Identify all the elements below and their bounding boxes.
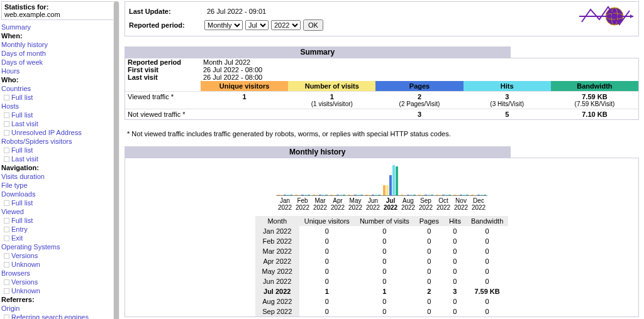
nav-browsers-unknown[interactable]: Unknown bbox=[1, 286, 111, 295]
nav-browsers-versions[interactable]: Versions bbox=[1, 278, 111, 286]
cell-uv: 0 bbox=[299, 256, 355, 266]
summary-header-row: Unique visitors Number of visits Pages H… bbox=[125, 81, 638, 91]
not-viewed-label: Not viewed traffic * bbox=[125, 109, 201, 119]
chart-bar bbox=[401, 195, 403, 195]
chart-bar bbox=[484, 195, 486, 195]
chart-month-label: Jun2022 bbox=[364, 196, 382, 211]
nav-os-versions[interactable]: Versions bbox=[1, 251, 111, 260]
chart-bar bbox=[301, 195, 304, 195]
cell-pages: 0 bbox=[414, 266, 444, 276]
chart-bar bbox=[442, 195, 445, 195]
nav-hosts-full-list[interactable]: Full list bbox=[1, 111, 111, 119]
chart-bar bbox=[319, 195, 321, 195]
viewed-pages: 2 bbox=[418, 93, 421, 100]
nav-viewed-full-list[interactable]: Full list bbox=[1, 216, 111, 225]
nav-hosts-unresolved[interactable]: Unresolved IP Address bbox=[1, 128, 111, 137]
chart-bar bbox=[445, 195, 448, 195]
chart-month-column bbox=[364, 195, 382, 195]
first-visit-value: 26 Jul 2022 - 08:00 bbox=[203, 66, 262, 73]
chart-bar bbox=[421, 195, 424, 195]
last-update-label: Last Update: bbox=[129, 8, 204, 15]
cell-month: Mar 2022 bbox=[255, 246, 299, 256]
chart-month-label: Oct2022 bbox=[435, 196, 452, 211]
cell-bw: 0 bbox=[466, 256, 508, 266]
viewed-visitors: 1 bbox=[243, 93, 247, 100]
chart-bar bbox=[471, 195, 474, 195]
chart-bar bbox=[477, 195, 480, 195]
chart-month-column bbox=[329, 195, 347, 195]
nav-viewed[interactable]: Viewed bbox=[1, 207, 111, 216]
nav-ref-engines[interactable]: Referring search engines bbox=[1, 313, 111, 319]
nav-summary[interactable]: Summary bbox=[1, 23, 111, 31]
nav-viewed-entry[interactable]: Entry bbox=[1, 225, 111, 234]
scrollbar-thumb[interactable] bbox=[114, 1, 119, 319]
table-row: Mar 202200000 bbox=[255, 246, 509, 256]
cell-nv: 0 bbox=[355, 226, 414, 236]
th-pages: Pages bbox=[414, 216, 444, 226]
nav-days-month[interactable]: Days of month bbox=[1, 49, 111, 58]
chart-bar bbox=[389, 175, 392, 195]
cell-uv: 0 bbox=[299, 236, 355, 246]
nav-downloads-full-list[interactable]: Full list bbox=[1, 198, 111, 207]
chart-bar bbox=[460, 195, 462, 195]
nav-viewed-exit[interactable]: Exit bbox=[1, 234, 111, 242]
month-select[interactable]: Jul bbox=[245, 20, 269, 30]
chart-bar bbox=[453, 195, 456, 195]
cell-hits: 0 bbox=[444, 246, 466, 256]
viewed-bw: 7.59 KB bbox=[582, 93, 607, 100]
cell-month: Feb 2022 bbox=[255, 236, 299, 246]
viewed-visits: 1 bbox=[330, 93, 334, 100]
chart-bar bbox=[365, 195, 368, 195]
chart-bar bbox=[298, 195, 301, 195]
cell-pages: 0 bbox=[414, 246, 444, 256]
nav-origin[interactable]: Origin bbox=[1, 304, 111, 313]
cell-hits: 0 bbox=[444, 296, 466, 306]
sidebar-scrollbar[interactable] bbox=[113, 1, 119, 319]
nav-countries-full-list[interactable]: Full list bbox=[1, 93, 111, 102]
nav-robots-full-list[interactable]: Full list bbox=[1, 146, 111, 154]
chart-bar bbox=[313, 195, 315, 195]
cell-pages: 0 bbox=[414, 226, 444, 236]
monthly-chart: Jan2022Feb2022Mar2022Apr2022May2022Jun20… bbox=[125, 158, 638, 211]
first-visit-label: First visit bbox=[128, 66, 203, 73]
nav-days-week[interactable]: Days of week bbox=[1, 58, 111, 67]
cell-hits: 3 bbox=[444, 286, 466, 296]
summary-title: Summary bbox=[125, 46, 511, 58]
nav-countries[interactable]: Countries bbox=[1, 84, 111, 93]
chart-bar bbox=[287, 195, 289, 195]
chart-bar bbox=[360, 195, 363, 195]
nav-robots[interactable]: Robots/Spiders visitors bbox=[1, 137, 111, 146]
sum-reported-value: Month Jul 2022 bbox=[203, 58, 250, 66]
cell-pages: 0 bbox=[414, 296, 444, 306]
nav-monthly-history[interactable]: Monthly history bbox=[1, 40, 111, 49]
cell-pages: 0 bbox=[414, 306, 444, 316]
nav-hours[interactable]: Hours bbox=[1, 67, 111, 75]
chart-bar bbox=[392, 165, 395, 195]
viewed-bw-sub: (7.59 KB/Visit) bbox=[552, 100, 637, 107]
chart-bar bbox=[290, 195, 292, 195]
nav-os-unknown[interactable]: Unknown bbox=[1, 260, 111, 269]
nav-file-type[interactable]: File type bbox=[1, 181, 111, 190]
nav-os[interactable]: Operating Systems bbox=[1, 242, 111, 251]
nav-hosts[interactable]: Hosts bbox=[1, 102, 111, 111]
chart-month-column bbox=[294, 195, 311, 195]
chart-bar bbox=[448, 195, 451, 195]
monthly-table: Month Unique visitors Number of visits P… bbox=[255, 216, 509, 316]
chart-month-column bbox=[470, 195, 487, 195]
chart-bar bbox=[295, 195, 297, 195]
cell-nv: 0 bbox=[355, 236, 414, 246]
chart-month-label: Dec2022 bbox=[470, 196, 487, 211]
col-hits: Hits bbox=[464, 81, 551, 91]
nav-robots-last-visit[interactable]: Last visit bbox=[1, 154, 111, 163]
chart-month-column bbox=[452, 195, 470, 195]
chart-bar bbox=[480, 195, 483, 195]
cell-nv: 0 bbox=[355, 266, 414, 276]
year-select[interactable]: 2022 bbox=[271, 20, 301, 30]
nav-downloads[interactable]: Downloads bbox=[1, 190, 111, 198]
nav-browsers[interactable]: Browsers bbox=[1, 269, 111, 278]
ok-button[interactable]: OK bbox=[303, 19, 323, 31]
chart-bar bbox=[348, 195, 350, 195]
nav-hosts-last-visit[interactable]: Last visit bbox=[1, 119, 111, 128]
nav-visits-duration[interactable]: Visits duration bbox=[1, 172, 111, 181]
period-select[interactable]: Monthly bbox=[204, 20, 243, 30]
